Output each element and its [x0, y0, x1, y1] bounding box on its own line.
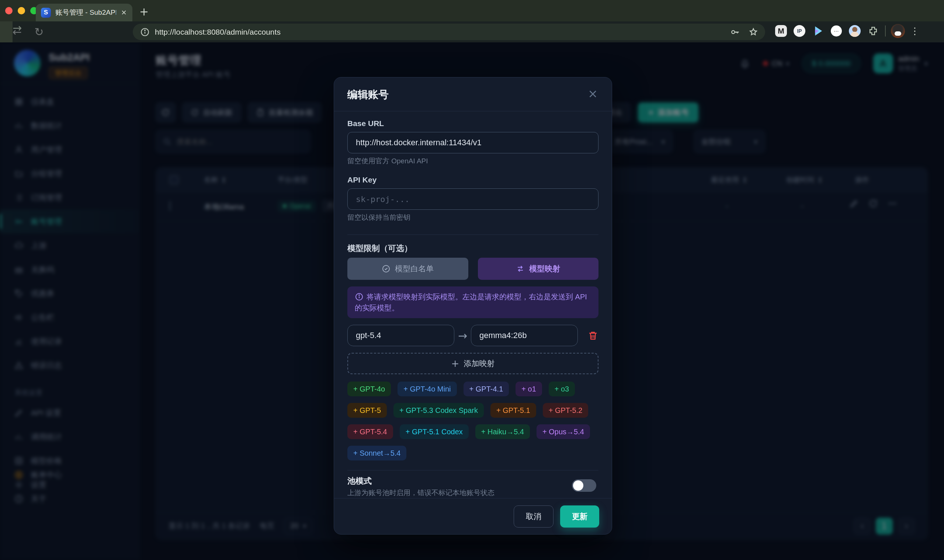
swap-arrows-icon [516, 264, 525, 273]
info-icon [355, 292, 363, 301]
model-restriction-tabs: 模型白名单 模型映射 [347, 258, 599, 280]
tab-favicon: S [41, 8, 51, 18]
password-key-icon[interactable] [730, 27, 740, 37]
chip-opus-5-4[interactable]: + Opus→5.4 [536, 424, 590, 439]
browser-tab[interactable]: S 账号管理 - Sub2API × [36, 4, 132, 22]
modal-header: 编辑账号 × [334, 77, 612, 111]
trash-icon [587, 330, 599, 341]
chip-gpt-5-2[interactable]: + GPT-5.2 [543, 403, 588, 418]
address-bar[interactable]: http://localhost:8080/admin/accounts [133, 24, 765, 40]
extension-avatar-icon[interactable] [849, 25, 861, 37]
url-text[interactable]: http://localhost:8080/admin/accounts [155, 28, 280, 37]
modal-body: Base URL 留空使用官方 OpenAI API API Key 留空以保持… [334, 111, 612, 498]
pool-mode-row: 池模式 上游为账号池时启用，错误不标记本地账号状态 [347, 475, 599, 498]
chip-gpt-5-3-codex-spark[interactable]: + GPT-5.3 Codex Spark [393, 403, 484, 418]
api-key-helper: 留空以保持当前密钥 [347, 213, 599, 222]
browser-menu-icon[interactable]: ⋮ [910, 25, 920, 37]
extension-ip-icon[interactable]: IP [793, 25, 805, 37]
chip-gpt-4o-mini[interactable]: + GPT-4o Mini [397, 382, 456, 396]
mapping-row: → [347, 325, 599, 346]
model-restriction-label: 模型限制（可选） [347, 243, 599, 254]
chip-o1[interactable]: + o1 [516, 382, 542, 396]
bookmark-star-icon[interactable] [748, 27, 759, 37]
base-url-input[interactable] [347, 132, 599, 153]
profile-avatar[interactable] [891, 24, 905, 38]
mapping-info-box: 将请求模型映射到实际模型。左边是请求的模型，右边是发送到 API 的实际模型。 [347, 286, 599, 318]
chip-haiku-5-4[interactable]: + Haiku→5.4 [475, 424, 530, 439]
chip-gpt-5-1[interactable]: + GPT-5.1 [490, 403, 536, 418]
mapping-from-input[interactable] [347, 325, 454, 346]
tab-bar: S 账号管理 - Sub2API × + [0, 0, 944, 22]
mapping-to-input[interactable] [471, 325, 578, 346]
tab-close-icon[interactable]: × [120, 8, 127, 17]
window-controls [5, 7, 38, 14]
toolbar-divider [885, 25, 886, 37]
delete-mapping-button[interactable] [587, 330, 599, 341]
api-key-input[interactable] [347, 188, 599, 210]
window-minimize-button[interactable] [18, 7, 25, 14]
api-key-label: API Key [347, 175, 599, 185]
section-divider [347, 234, 599, 235]
chip-gpt-5[interactable]: + GPT-5 [347, 403, 387, 418]
site-info-icon[interactable] [140, 27, 150, 37]
base-url-label: Base URL [347, 119, 599, 128]
tab-model-mapping[interactable]: 模型映射 [478, 258, 599, 280]
chip-gpt-5-1-codex[interactable]: + GPT-5.1 Codex [400, 424, 469, 439]
close-icon[interactable]: × [585, 86, 601, 101]
toggle-knob [573, 480, 584, 491]
tab-title: 账号管理 - Sub2API [55, 8, 116, 17]
cancel-button[interactable]: 取消 [514, 505, 553, 528]
pool-mode-toggle[interactable] [572, 479, 596, 492]
extension-chat-icon[interactable]: ⋯ [831, 25, 842, 37]
update-button[interactable]: 更新 [560, 505, 599, 528]
browser-chrome: S 账号管理 - Sub2API × + ← → ↻ http://localh… [0, 0, 944, 42]
extensions-row: M IP ⋯ ⋮ [775, 24, 920, 38]
chip-o3[interactable]: + o3 [549, 382, 575, 396]
modal-footer: 取消 更新 [334, 498, 612, 534]
new-tab-button[interactable]: + [139, 5, 149, 18]
chip-gpt-4o[interactable]: + GPT-4o [347, 382, 391, 396]
window-close-button[interactable] [5, 7, 12, 14]
base-url-helper: 留空使用官方 OpenAI API [347, 157, 599, 166]
tab-model-whitelist[interactable]: 模型白名单 [347, 258, 468, 280]
screen: S 账号管理 - Sub2API × + ← → ↻ http://localh… [0, 0, 944, 560]
extension-cursor-icon[interactable] [811, 24, 824, 38]
plus-icon: + [451, 358, 459, 369]
pool-divider [347, 470, 599, 471]
arrow-right-icon: → [454, 329, 471, 342]
pool-mode-label: 池模式 [347, 475, 599, 487]
chip-gpt-4-1[interactable]: + GPT-4.1 [464, 382, 509, 396]
suggested-model-chips: + GPT-4o + GPT-4o Mini + GPT-4.1 + o1 + … [347, 382, 599, 460]
browser-toolbar: ← → ↻ http://localhost:8080/admin/accoun… [0, 22, 944, 42]
add-mapping-button[interactable]: + 添加映射 [347, 353, 599, 374]
extensions-puzzle-icon[interactable] [867, 24, 880, 38]
extension-m-icon[interactable]: M [775, 25, 787, 37]
edit-account-modal: 编辑账号 × Base URL 留空使用官方 OpenAI API API Ke… [334, 77, 612, 535]
modal-title: 编辑账号 [347, 88, 389, 102]
chip-sonnet-5-4[interactable]: + Sonnet→5.4 [347, 446, 407, 460]
chip-gpt-5-4[interactable]: + GPT-5.4 [347, 424, 393, 439]
check-circle-icon [382, 264, 391, 273]
pool-mode-description: 上游为账号池时启用，错误不标记本地账号状态 [347, 488, 599, 498]
